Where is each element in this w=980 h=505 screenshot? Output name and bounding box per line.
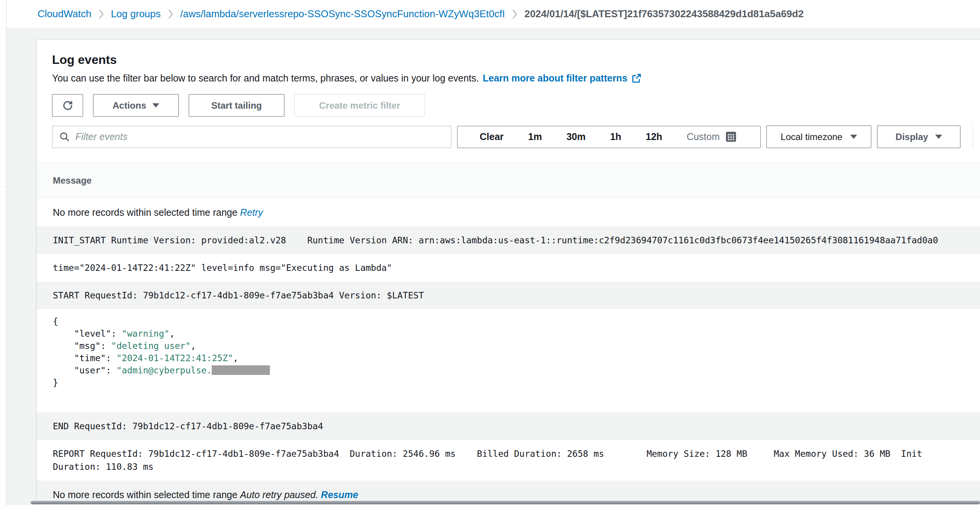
time-range-option-1m[interactable]: 1m	[528, 131, 542, 142]
json-log-row: { "level": "warning", "msg": "deleting u…	[37, 309, 980, 412]
json-open-brace: {	[53, 315, 974, 327]
panel-header: Log events You can use the filter bar be…	[37, 40, 980, 84]
log-row: INIT_START Runtime Version: provided:al2…	[37, 226, 980, 254]
description-text: You can use the filter bar below to sear…	[52, 73, 479, 84]
display-dropdown[interactable]: Display	[877, 125, 960, 148]
actions-button[interactable]: Actions	[93, 94, 179, 117]
breadcrumb-link[interactable]: Log groups	[111, 8, 161, 20]
sidenav-divider	[0, 187, 6, 187]
chevron-down-icon	[935, 135, 942, 139]
breadcrumb-link[interactable]: CloudWatch	[38, 8, 91, 20]
time-range-option-12h[interactable]: 12h	[646, 131, 662, 142]
toolbar-divider	[973, 126, 973, 148]
breadcrumb-chevron-icon	[168, 9, 173, 20]
retry-link[interactable]: Retry	[240, 207, 263, 218]
notice-text: No more records within selected time ran…	[53, 489, 240, 500]
collapsed-sidenav	[0, 0, 7, 505]
notice-row: No more records within selected time ran…	[37, 198, 980, 226]
notice-text: No more records within selected time ran…	[53, 207, 240, 218]
log-row: time="2024-01-14T22:41:22Z" level=info m…	[37, 254, 980, 282]
filter-events-input[interactable]	[75, 131, 444, 142]
actions-label: Actions	[113, 100, 146, 111]
json-entry: "level": "warning",	[53, 327, 974, 340]
filter-bar: Clear1m30m1h12hCustom Local timezone Dis…	[52, 125, 980, 148]
cloudwatch-log-events-page: { "colors": { "link_blue": "#0073bb", "t…	[0, 0, 980, 505]
external-link-icon	[631, 73, 642, 83]
breadcrumb-chevron-icon	[512, 9, 518, 20]
time-range-option-30m[interactable]: 30m	[567, 131, 586, 142]
page-title: Log events	[52, 53, 970, 67]
log-events-list: No more records within selected time ran…	[37, 198, 980, 505]
timezone-label: Local timezone	[781, 132, 842, 142]
timezone-dropdown[interactable]: Local timezone	[766, 125, 871, 148]
json-entry: "time": "2024-01-14T22:41:25Z",	[53, 352, 974, 364]
log-row: END RequestId: 79b1dc12-cf17-4db1-809e-f…	[37, 412, 980, 440]
sidenav-divider	[0, 493, 6, 493]
refresh-button[interactable]	[52, 94, 83, 117]
breadcrumb-current-page: 2024/01/14/[$LATEST]21f76357302243588429…	[524, 8, 804, 20]
json-entry: "msg": "deleting user",	[53, 340, 974, 352]
redaction-box: g	[212, 365, 270, 375]
filter-events-box	[52, 126, 451, 148]
breadcrumb: CloudWatchLog groups/aws/lambda/serverle…	[38, 8, 804, 20]
create-metric-filter-button[interactable]: Create metric filter	[294, 94, 425, 117]
json-close-brace: }	[53, 376, 974, 389]
sidenav-divider	[0, 28, 6, 28]
toolbar: Actions Start tailing Create metric filt…	[52, 94, 980, 117]
message-column-header: Message	[53, 175, 91, 186]
search-icon	[59, 132, 70, 142]
custom-label: Custom	[687, 131, 720, 142]
log-row: START RequestId: 79b1dc12-cf17-4db1-809e…	[37, 282, 980, 309]
chevron-down-icon	[850, 135, 857, 139]
time-range-option-clear[interactable]: Clear	[480, 131, 504, 142]
time-range-control: Clear1m30m1h12hCustom	[457, 126, 761, 148]
breadcrumb-chevron-icon	[98, 9, 104, 20]
time-range-option-1h[interactable]: 1h	[610, 131, 621, 142]
log-row: REPORT RequestId: 79b1dc12-cf17-4db1-809…	[37, 440, 980, 481]
refresh-icon	[62, 99, 74, 112]
create-metric-filter-label: Create metric filter	[319, 100, 400, 111]
time-range-custom[interactable]: Custom	[687, 131, 737, 142]
breadcrumb-link[interactable]: /aws/lambda/serverlessrepo-SSOSync-SSOSy…	[180, 8, 505, 20]
notice-text: Auto retry paused.	[240, 489, 318, 500]
table-header-row: Message	[37, 163, 980, 198]
learn-more-link[interactable]: Learn more about filter patterns	[483, 73, 642, 84]
page-description: You can use the filter bar below to sear…	[52, 73, 970, 84]
log-events-panel: Log events You can use the filter bar be…	[36, 39, 980, 505]
resume-link[interactable]: Resume	[321, 489, 358, 500]
chevron-down-icon	[152, 103, 159, 108]
json-entry: "user": "admin@cyberpulse.g	[53, 364, 974, 376]
top-navigation-bar: CloudWatchLog groups/aws/lambda/serverle…	[0, 0, 980, 28]
start-tailing-button[interactable]: Start tailing	[189, 94, 284, 117]
display-label: Display	[895, 132, 928, 142]
start-tailing-label: Start tailing	[211, 100, 262, 111]
calendar-icon	[725, 131, 737, 142]
horizontal-scrollbar-thumb[interactable]	[31, 501, 980, 504]
learn-more-label: Learn more about filter patterns	[483, 73, 627, 84]
